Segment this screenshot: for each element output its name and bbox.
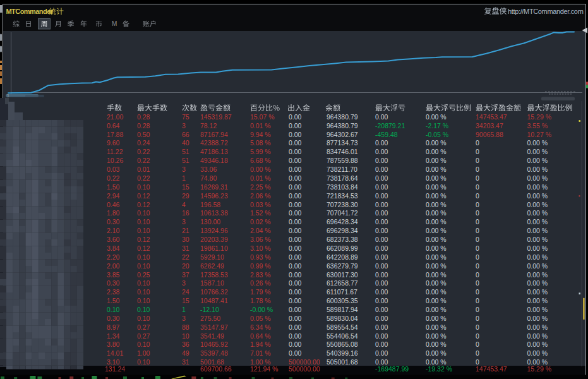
svg-text:37: 37 xyxy=(182,271,189,279)
svg-text:51: 51 xyxy=(182,157,189,164)
svg-text:0.10: 0.10 xyxy=(137,297,150,304)
svg-text:0.00 %: 0.00 % xyxy=(527,183,548,191)
svg-text:0.00: 0.00 xyxy=(375,183,388,191)
svg-text:147453.47: 147453.47 xyxy=(476,113,507,121)
svg-text:66: 66 xyxy=(182,131,189,138)
svg-text:3: 3 xyxy=(182,279,186,287)
svg-text:1587.10: 1587.10 xyxy=(200,279,224,287)
svg-text:0: 0 xyxy=(476,148,479,155)
svg-text:0.00 %: 0.00 % xyxy=(527,157,548,164)
svg-text:0.99 %: 0.99 % xyxy=(250,262,271,270)
svg-text:0.10: 0.10 xyxy=(137,183,150,191)
svg-text:0.10: 0.10 xyxy=(137,227,150,234)
svg-text:3541.49: 3541.49 xyxy=(200,332,224,340)
svg-text:0: 0 xyxy=(476,297,479,304)
svg-text:696298.34: 696298.34 xyxy=(327,227,358,234)
svg-text:0.00 %: 0.00 % xyxy=(426,244,447,252)
svg-text:0.00: 0.00 xyxy=(289,271,302,279)
svg-text:0.10: 0.10 xyxy=(137,288,150,296)
svg-text:787559.88: 787559.88 xyxy=(327,157,358,164)
svg-text:0: 0 xyxy=(476,218,479,226)
svg-text:721834.53: 721834.53 xyxy=(327,192,358,200)
svg-text:10766.32: 10766.32 xyxy=(200,288,228,296)
svg-text:0.10: 0.10 xyxy=(137,218,150,226)
svg-text:0.00 %: 0.00 % xyxy=(426,201,447,208)
svg-text:145319.87: 145319.87 xyxy=(200,113,232,121)
svg-text:0.00 %: 0.00 % xyxy=(527,244,548,252)
svg-text:3: 3 xyxy=(182,218,186,226)
svg-text:0.27: 0.27 xyxy=(137,323,150,331)
svg-text:20: 20 xyxy=(182,262,189,270)
svg-text:0: 0 xyxy=(476,236,479,243)
svg-text:2.38: 2.38 xyxy=(107,288,120,296)
svg-text:0.00 %: 0.00 % xyxy=(426,297,447,304)
svg-text:0.01 %: 0.01 % xyxy=(250,122,271,129)
svg-text:0.64 %: 0.64 % xyxy=(250,332,271,340)
svg-text:15.29 %: 15.29 % xyxy=(527,113,552,121)
svg-text:0: 0 xyxy=(476,227,479,234)
svg-text:0.00 %: 0.00 % xyxy=(426,139,447,147)
svg-text:0.01: 0.01 xyxy=(137,165,150,173)
svg-text:3: 3 xyxy=(182,122,186,129)
svg-text:35397.48: 35397.48 xyxy=(200,349,228,357)
svg-text:-2.17 %: -2.17 % xyxy=(426,122,448,129)
svg-text:707238.30: 707238.30 xyxy=(327,201,358,208)
svg-text:505001.68: 505001.68 xyxy=(327,358,358,366)
svg-text:20203.39: 20203.39 xyxy=(200,236,228,243)
svg-text:3: 3 xyxy=(182,165,186,173)
svg-text:9.94 %: 9.94 % xyxy=(250,131,271,138)
svg-text:6.34 %: 6.34 % xyxy=(250,323,271,331)
svg-text:642208.89: 642208.89 xyxy=(327,253,358,261)
svg-text:19861.10: 19861.10 xyxy=(200,244,228,252)
svg-text:1.79 %: 1.79 % xyxy=(250,288,271,296)
svg-text:0.00 %: 0.00 % xyxy=(250,165,271,173)
svg-text:2.10: 2.10 xyxy=(107,227,120,234)
svg-text:0.00: 0.00 xyxy=(289,288,302,296)
svg-text:696428.34: 696428.34 xyxy=(327,218,358,226)
svg-text:0.02 %: 0.02 % xyxy=(250,218,271,226)
svg-text:75: 75 xyxy=(182,113,189,121)
svg-text:15.29 %: 15.29 % xyxy=(527,365,552,373)
svg-text:707041.72: 707041.72 xyxy=(327,209,358,217)
svg-text:8.97: 8.97 xyxy=(107,323,120,331)
svg-text:0.03: 0.03 xyxy=(107,165,120,173)
svg-text:0: 0 xyxy=(476,209,479,217)
svg-text:738103.84: 738103.84 xyxy=(327,183,358,191)
svg-text:24: 24 xyxy=(182,288,189,296)
svg-text:2.04 %: 2.04 % xyxy=(250,227,271,234)
svg-text:0.00: 0.00 xyxy=(289,236,302,243)
svg-text:0.00: 0.00 xyxy=(375,323,388,331)
svg-text:609700.66: 609700.66 xyxy=(200,365,232,373)
svg-text:196.58: 196.58 xyxy=(200,201,220,208)
svg-text:0.00 %: 0.00 % xyxy=(426,332,447,340)
svg-text:29: 29 xyxy=(182,192,189,200)
svg-text:4: 4 xyxy=(182,201,186,208)
svg-text:1.00: 1.00 xyxy=(137,349,150,357)
svg-text:17.88: 17.88 xyxy=(107,131,123,138)
svg-text:0.00 %: 0.00 % xyxy=(426,209,447,217)
svg-text:0.00: 0.00 xyxy=(375,297,388,304)
svg-text:10613.38: 10613.38 xyxy=(200,209,228,217)
svg-text:0.00: 0.00 xyxy=(289,218,302,226)
svg-text:0.00 %: 0.00 % xyxy=(527,323,548,331)
svg-text:0.00: 0.00 xyxy=(375,253,388,261)
svg-text:0.28: 0.28 xyxy=(137,113,150,121)
svg-text:0.00: 0.00 xyxy=(289,253,302,261)
svg-text:0.00 %: 0.00 % xyxy=(527,209,548,217)
svg-text:0: 0 xyxy=(476,323,479,331)
svg-text:0.00 %: 0.00 % xyxy=(426,192,447,200)
svg-text:0.00 %: 0.00 % xyxy=(527,227,548,234)
svg-text:0.00: 0.00 xyxy=(375,113,388,121)
svg-text:636279.79: 636279.79 xyxy=(327,262,358,270)
svg-text:0: 0 xyxy=(476,306,479,313)
svg-text:0.05 %: 0.05 % xyxy=(250,315,271,322)
svg-text:130.00: 130.00 xyxy=(200,218,220,226)
svg-text:0.30: 0.30 xyxy=(107,315,120,322)
svg-text:0: 0 xyxy=(476,165,479,173)
svg-text:0.00 %: 0.00 % xyxy=(527,306,548,313)
svg-text:-12.10: -12.10 xyxy=(200,306,219,313)
svg-text:3.10 %: 3.10 % xyxy=(250,244,271,252)
svg-text:0.00: 0.00 xyxy=(289,209,302,217)
svg-text:0: 0 xyxy=(476,349,479,357)
svg-text:3: 3 xyxy=(7,93,9,98)
